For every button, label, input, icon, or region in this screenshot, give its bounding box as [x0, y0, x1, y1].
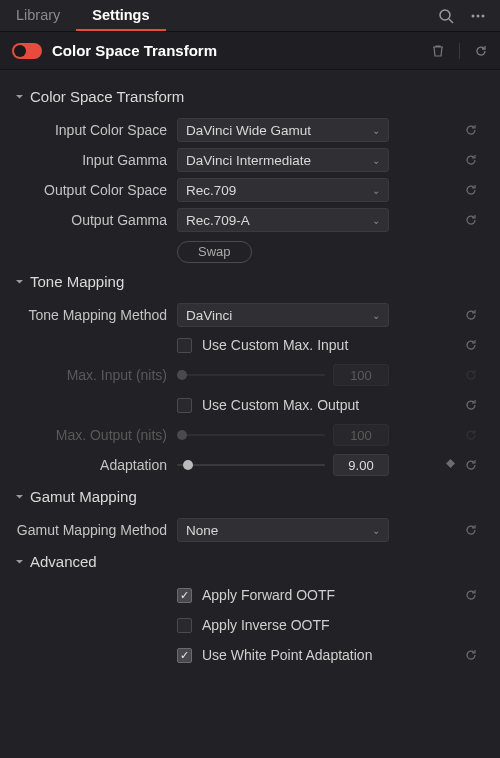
reset-icon[interactable] [464, 183, 478, 197]
svg-point-3 [477, 14, 480, 17]
slider-max-output [177, 434, 325, 436]
chevron-down-icon [14, 492, 24, 502]
section-gamut-mapping[interactable]: Gamut Mapping [0, 480, 500, 515]
checkbox-use-custom-max-output[interactable] [177, 398, 192, 413]
select-value: Rec.709 [186, 183, 236, 198]
checkbox-label: Use White Point Adaptation [202, 647, 372, 663]
slider-adaptation[interactable] [177, 464, 325, 466]
select-value: None [186, 523, 218, 538]
effect-header: Color Space Transform [0, 32, 500, 70]
section-advanced[interactable]: Advanced [0, 545, 500, 580]
svg-point-2 [472, 14, 475, 17]
keyframe-icon[interactable] [445, 458, 456, 472]
select-value: DaVinci [186, 308, 232, 323]
svg-point-4 [482, 14, 485, 17]
chevron-down-icon: ⌄ [372, 525, 380, 536]
section-title: Gamut Mapping [30, 488, 137, 505]
checkbox-label: Apply Inverse OOTF [202, 617, 330, 633]
trash-icon[interactable] [431, 44, 445, 58]
chevron-down-icon: ⌄ [372, 125, 380, 136]
reset-icon[interactable] [464, 338, 478, 352]
svg-line-1 [449, 19, 453, 23]
select-output-gamma[interactable]: Rec.709-A ⌄ [177, 208, 389, 232]
effect-enable-toggle[interactable] [12, 43, 42, 59]
value-max-input: 100 [333, 364, 389, 386]
checkbox-apply-inverse-ootf[interactable] [177, 618, 192, 633]
top-bar: Library Settings [0, 0, 500, 32]
reset-icon [464, 368, 478, 382]
reset-icon[interactable] [464, 648, 478, 662]
select-input-color-space[interactable]: DaVinci Wide Gamut ⌄ [177, 118, 389, 142]
search-icon[interactable] [438, 8, 454, 24]
value-max-output: 100 [333, 424, 389, 446]
label-max-input-nits: Max. Input (nits) [12, 367, 177, 383]
section-title: Tone Mapping [30, 273, 124, 290]
reset-icon[interactable] [464, 213, 478, 227]
chevron-down-icon [14, 557, 24, 567]
checkbox-label: Use Custom Max. Input [202, 337, 348, 353]
reset-icon[interactable] [464, 523, 478, 537]
checkbox-use-white-point-adaptation[interactable]: ✓ [177, 648, 192, 663]
select-value: DaVinci Wide Gamut [186, 123, 311, 138]
section-title: Advanced [30, 553, 97, 570]
label-output-gamma: Output Gamma [12, 212, 177, 228]
chevron-down-icon: ⌄ [372, 155, 380, 166]
label-gamut-mapping-method: Gamut Mapping Method [12, 522, 177, 538]
checkbox-label: Apply Forward OOTF [202, 587, 335, 603]
svg-point-0 [440, 10, 450, 20]
slider-max-input [177, 374, 325, 376]
checkbox-use-custom-max-input[interactable] [177, 338, 192, 353]
reset-icon[interactable] [464, 123, 478, 137]
checkbox-apply-forward-ootf[interactable]: ✓ [177, 588, 192, 603]
tab-library[interactable]: Library [0, 1, 76, 31]
tabs: Library Settings [0, 1, 424, 31]
label-output-color-space: Output Color Space [12, 182, 177, 198]
reset-icon[interactable] [464, 398, 478, 412]
section-tone-mapping[interactable]: Tone Mapping [0, 265, 500, 300]
select-tone-mapping-method[interactable]: DaVinci ⌄ [177, 303, 389, 327]
separator [459, 43, 460, 59]
reset-icon[interactable] [464, 308, 478, 322]
select-gamut-mapping-method[interactable]: None ⌄ [177, 518, 389, 542]
reset-icon [464, 428, 478, 442]
chevron-down-icon: ⌄ [372, 215, 380, 226]
section-title: Color Space Transform [30, 88, 184, 105]
select-value: DaVinci Intermediate [186, 153, 311, 168]
checkbox-label: Use Custom Max. Output [202, 397, 359, 413]
swap-button[interactable]: Swap [177, 241, 252, 263]
select-input-gamma[interactable]: DaVinci Intermediate ⌄ [177, 148, 389, 172]
chevron-down-icon: ⌄ [372, 310, 380, 321]
chevron-down-icon [14, 92, 24, 102]
label-adaptation: Adaptation [12, 457, 177, 473]
reset-icon[interactable] [464, 153, 478, 167]
effect-title: Color Space Transform [52, 42, 431, 59]
chevron-down-icon [14, 277, 24, 287]
chevron-down-icon: ⌄ [372, 185, 380, 196]
label-input-gamma: Input Gamma [12, 152, 177, 168]
select-value: Rec.709-A [186, 213, 250, 228]
label-input-color-space: Input Color Space [12, 122, 177, 138]
reset-all-icon[interactable] [474, 44, 488, 58]
value-adaptation[interactable]: 9.00 [333, 454, 389, 476]
more-icon[interactable] [470, 8, 486, 24]
label-max-output-nits: Max. Output (nits) [12, 427, 177, 443]
label-tone-mapping-method: Tone Mapping Method [12, 307, 177, 323]
reset-icon[interactable] [464, 588, 478, 602]
reset-icon[interactable] [464, 458, 478, 472]
tab-settings[interactable]: Settings [76, 1, 165, 31]
section-color-space-transform[interactable]: Color Space Transform [0, 80, 500, 115]
select-output-color-space[interactable]: Rec.709 ⌄ [177, 178, 389, 202]
